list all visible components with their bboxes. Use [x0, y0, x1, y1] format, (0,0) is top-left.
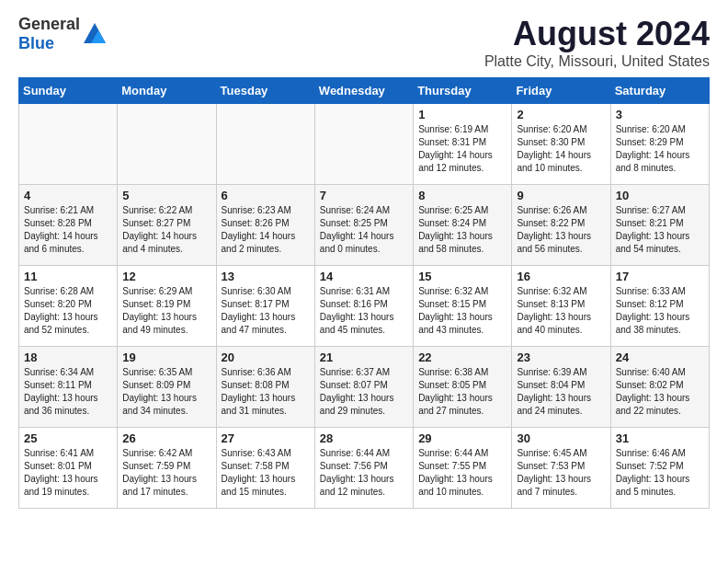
day-cell: 14Sunrise: 6:31 AM Sunset: 8:16 PM Dayli…	[314, 266, 413, 347]
week-row-5: 25Sunrise: 6:41 AM Sunset: 8:01 PM Dayli…	[19, 428, 710, 509]
day-cell: 23Sunrise: 6:39 AM Sunset: 8:04 PM Dayli…	[512, 347, 610, 428]
day-number: 17	[616, 270, 704, 283]
day-cell: 18Sunrise: 6:34 AM Sunset: 8:11 PM Dayli…	[19, 347, 118, 428]
day-info: Sunrise: 6:39 AM Sunset: 8:04 PM Dayligh…	[517, 366, 605, 418]
calendar-body: 1Sunrise: 6:19 AM Sunset: 8:31 PM Daylig…	[19, 104, 710, 509]
day-cell: 24Sunrise: 6:40 AM Sunset: 8:02 PM Dayli…	[610, 347, 709, 428]
week-row-1: 1Sunrise: 6:19 AM Sunset: 8:31 PM Daylig…	[19, 104, 710, 185]
week-row-4: 18Sunrise: 6:34 AM Sunset: 8:11 PM Dayli…	[19, 347, 710, 428]
day-number: 12	[122, 270, 210, 283]
day-info: Sunrise: 6:34 AM Sunset: 8:11 PM Dayligh…	[24, 366, 112, 418]
day-cell: 26Sunrise: 6:42 AM Sunset: 7:59 PM Dayli…	[118, 428, 216, 509]
header-row: SundayMondayTuesdayWednesdayThursdayFrid…	[19, 78, 710, 104]
day-info: Sunrise: 6:42 AM Sunset: 7:59 PM Dayligh…	[122, 447, 210, 499]
day-cell: 21Sunrise: 6:37 AM Sunset: 8:07 PM Dayli…	[314, 347, 413, 428]
day-cell: 5Sunrise: 6:22 AM Sunset: 8:27 PM Daylig…	[118, 185, 216, 266]
header: General Blue August 2024 Platte City, Mi…	[18, 15, 710, 70]
day-cell	[216, 104, 314, 185]
day-info: Sunrise: 6:22 AM Sunset: 8:27 PM Dayligh…	[122, 204, 210, 256]
day-number: 9	[517, 189, 605, 202]
day-cell: 1Sunrise: 6:19 AM Sunset: 8:31 PM Daylig…	[414, 104, 512, 185]
day-cell: 29Sunrise: 6:44 AM Sunset: 7:55 PM Dayli…	[414, 428, 512, 509]
day-number: 21	[320, 350, 408, 364]
header-cell-saturday: Saturday	[610, 78, 709, 104]
day-info: Sunrise: 6:24 AM Sunset: 8:25 PM Dayligh…	[320, 204, 408, 256]
header-cell-sunday: Sunday	[19, 78, 118, 104]
day-number: 25	[24, 431, 112, 445]
day-info: Sunrise: 6:23 AM Sunset: 8:26 PM Dayligh…	[222, 204, 310, 256]
day-info: Sunrise: 6:43 AM Sunset: 7:58 PM Dayligh…	[222, 447, 310, 499]
day-number: 31	[616, 431, 704, 445]
day-number: 14	[320, 270, 408, 283]
calendar-header: SundayMondayTuesdayWednesdayThursdayFrid…	[19, 78, 710, 104]
day-cell: 28Sunrise: 6:44 AM Sunset: 7:56 PM Dayli…	[314, 428, 413, 509]
day-info: Sunrise: 6:44 AM Sunset: 7:56 PM Dayligh…	[320, 447, 408, 499]
day-number: 16	[517, 270, 605, 283]
day-cell: 12Sunrise: 6:29 AM Sunset: 8:19 PM Dayli…	[118, 266, 216, 347]
day-info: Sunrise: 6:41 AM Sunset: 8:01 PM Dayligh…	[24, 447, 112, 499]
day-cell	[118, 104, 216, 185]
day-cell: 3Sunrise: 6:20 AM Sunset: 8:29 PM Daylig…	[610, 104, 709, 185]
day-number: 24	[616, 350, 704, 364]
day-cell: 11Sunrise: 6:28 AM Sunset: 8:20 PM Dayli…	[19, 266, 118, 347]
day-number: 30	[517, 431, 605, 445]
day-number: 15	[418, 270, 506, 283]
header-cell-friday: Friday	[512, 78, 610, 104]
header-cell-monday: Monday	[118, 78, 216, 104]
day-info: Sunrise: 6:35 AM Sunset: 8:09 PM Dayligh…	[122, 366, 210, 418]
week-row-2: 4Sunrise: 6:21 AM Sunset: 8:28 PM Daylig…	[19, 185, 710, 266]
day-info: Sunrise: 6:29 AM Sunset: 8:19 PM Dayligh…	[122, 285, 210, 337]
day-info: Sunrise: 6:21 AM Sunset: 8:28 PM Dayligh…	[24, 204, 112, 256]
header-cell-thursday: Thursday	[414, 78, 512, 104]
day-info: Sunrise: 6:37 AM Sunset: 8:07 PM Dayligh…	[320, 366, 408, 418]
logo-text-general: General	[18, 15, 80, 33]
day-cell: 16Sunrise: 6:32 AM Sunset: 8:13 PM Dayli…	[512, 266, 610, 347]
day-cell: 27Sunrise: 6:43 AM Sunset: 7:58 PM Dayli…	[216, 428, 314, 509]
day-number: 20	[222, 350, 310, 364]
day-number: 23	[517, 350, 605, 364]
day-cell: 22Sunrise: 6:38 AM Sunset: 8:05 PM Dayli…	[414, 347, 512, 428]
day-info: Sunrise: 6:25 AM Sunset: 8:24 PM Dayligh…	[418, 204, 506, 256]
day-cell: 10Sunrise: 6:27 AM Sunset: 8:21 PM Dayli…	[610, 185, 709, 266]
day-cell: 20Sunrise: 6:36 AM Sunset: 8:08 PM Dayli…	[216, 347, 314, 428]
day-number: 27	[222, 431, 310, 445]
day-cell: 4Sunrise: 6:21 AM Sunset: 8:28 PM Daylig…	[19, 185, 118, 266]
day-cell: 7Sunrise: 6:24 AM Sunset: 8:25 PM Daylig…	[314, 185, 413, 266]
header-cell-tuesday: Tuesday	[216, 78, 314, 104]
calendar-title: August 2024	[484, 15, 710, 53]
day-number: 4	[24, 189, 112, 202]
day-number: 6	[222, 189, 310, 202]
day-cell: 31Sunrise: 6:46 AM Sunset: 7:52 PM Dayli…	[610, 428, 709, 509]
day-number: 18	[24, 350, 112, 364]
day-cell	[314, 104, 413, 185]
day-cell: 15Sunrise: 6:32 AM Sunset: 8:15 PM Dayli…	[414, 266, 512, 347]
title-area: August 2024 Platte City, Missouri, Unite…	[484, 15, 710, 70]
day-number: 11	[24, 270, 112, 283]
week-row-3: 11Sunrise: 6:28 AM Sunset: 8:20 PM Dayli…	[19, 266, 710, 347]
day-info: Sunrise: 6:30 AM Sunset: 8:17 PM Dayligh…	[222, 285, 310, 337]
day-info: Sunrise: 6:36 AM Sunset: 8:08 PM Dayligh…	[222, 366, 310, 418]
day-cell: 25Sunrise: 6:41 AM Sunset: 8:01 PM Dayli…	[19, 428, 118, 509]
logo-icon	[82, 21, 108, 47]
day-number: 5	[122, 189, 210, 202]
day-cell: 6Sunrise: 6:23 AM Sunset: 8:26 PM Daylig…	[216, 185, 314, 266]
day-cell	[19, 104, 118, 185]
day-cell: 2Sunrise: 6:20 AM Sunset: 8:30 PM Daylig…	[512, 104, 610, 185]
day-info: Sunrise: 6:38 AM Sunset: 8:05 PM Dayligh…	[418, 366, 506, 418]
day-cell: 30Sunrise: 6:45 AM Sunset: 7:53 PM Dayli…	[512, 428, 610, 509]
day-info: Sunrise: 6:27 AM Sunset: 8:21 PM Dayligh…	[616, 204, 704, 256]
day-info: Sunrise: 6:20 AM Sunset: 8:30 PM Dayligh…	[517, 123, 605, 175]
day-info: Sunrise: 6:31 AM Sunset: 8:16 PM Dayligh…	[320, 285, 408, 337]
day-cell: 8Sunrise: 6:25 AM Sunset: 8:24 PM Daylig…	[414, 185, 512, 266]
day-info: Sunrise: 6:26 AM Sunset: 8:22 PM Dayligh…	[517, 204, 605, 256]
day-info: Sunrise: 6:20 AM Sunset: 8:29 PM Dayligh…	[616, 123, 704, 175]
day-number: 8	[418, 189, 506, 202]
day-number: 29	[418, 431, 506, 445]
day-number: 1	[418, 108, 506, 121]
logo-text-blue: Blue	[18, 34, 54, 52]
day-cell: 17Sunrise: 6:33 AM Sunset: 8:12 PM Dayli…	[610, 266, 709, 347]
logo: General Blue	[18, 15, 108, 53]
day-info: Sunrise: 6:46 AM Sunset: 7:52 PM Dayligh…	[616, 447, 704, 499]
day-info: Sunrise: 6:32 AM Sunset: 8:13 PM Dayligh…	[517, 285, 605, 337]
day-number: 3	[616, 108, 704, 121]
